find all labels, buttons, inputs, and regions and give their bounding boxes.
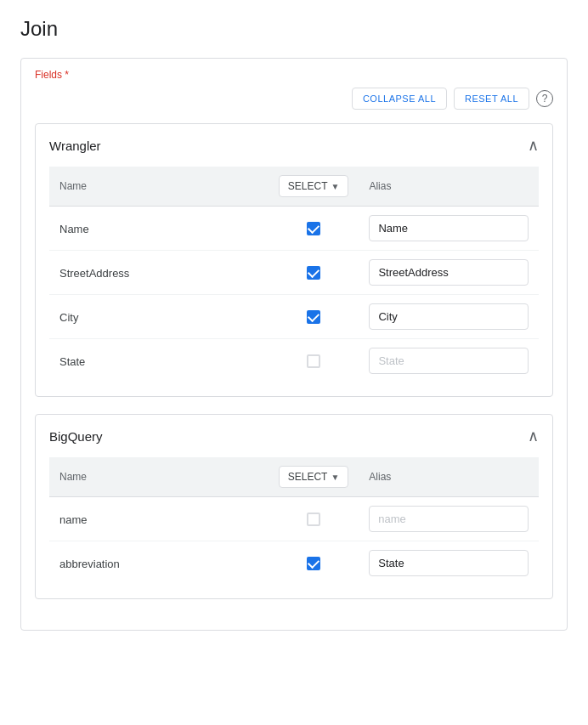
- field-checkbox-cell-wrangler-street: [269, 251, 359, 295]
- toolbar: COLLAPSE ALL RESET ALL ?: [35, 88, 553, 110]
- field-checkbox-wrangler-name[interactable]: [307, 222, 320, 235]
- field-checkbox-bq-abbreviation[interactable]: [307, 557, 320, 570]
- col-alias-header-wrangler: Alias: [359, 167, 539, 207]
- field-name-bq-abbreviation: abbreviation: [49, 541, 269, 586]
- field-name-text-wrangler-street: StreetAddress: [59, 267, 129, 280]
- field-checkbox-wrangler-city[interactable]: [307, 310, 320, 324]
- field-checkbox-wrangler-street[interactable]: [307, 266, 320, 280]
- field-checkbox-cell-wrangler-city: [269, 295, 359, 339]
- chevron-up-icon-bigquery: ∧: [528, 427, 539, 445]
- col-select-header-wrangler: SELECT▼: [269, 167, 359, 207]
- select-dropdown-wrangler[interactable]: SELECT▼: [279, 175, 349, 197]
- field-alias-input-wrangler-state[interactable]: [369, 348, 529, 374]
- col-name-header-wrangler: Name: [49, 167, 269, 207]
- fields-section: Fields * COLLAPSE ALL RESET ALL ? Wrangl…: [20, 58, 568, 631]
- field-alias-cell-bq-name: [359, 497, 539, 541]
- table-row: abbreviation: [49, 541, 539, 586]
- field-alias-input-bq-name[interactable]: [369, 506, 529, 532]
- field-name-wrangler-name: Name: [49, 207, 269, 251]
- field-name-text-bq-abbreviation: abbreviation: [59, 558, 120, 570]
- field-alias-input-bq-abbreviation[interactable]: [369, 550, 529, 576]
- group-header-wrangler[interactable]: Wrangler∧: [36, 124, 552, 167]
- field-checkbox-wrangler-state[interactable]: [307, 354, 320, 368]
- collapse-all-button[interactable]: COLLAPSE ALL: [352, 88, 447, 110]
- group-card-wrangler: Wrangler∧NameSELECT▼AliasNameStreetAddre…: [35, 123, 553, 397]
- select-dropdown-bigquery[interactable]: SELECT▼: [279, 466, 349, 488]
- field-alias-cell-wrangler-name: [359, 207, 539, 251]
- table-row: Name: [49, 207, 539, 251]
- field-checkbox-cell-wrangler-name: [269, 207, 359, 251]
- table-row: StreetAddress: [49, 251, 539, 295]
- help-icon[interactable]: ?: [536, 90, 553, 107]
- col-alias-header-bigquery: Alias: [359, 457, 539, 497]
- field-checkbox-bq-name[interactable]: [307, 513, 320, 526]
- group-body-bigquery: NameSELECT▼Aliasnameabbreviation: [36, 457, 552, 598]
- field-name-wrangler-state: State: [49, 339, 269, 383]
- page-title: Join: [20, 17, 568, 41]
- group-title-bigquery: BigQuery: [49, 429, 103, 444]
- field-name-wrangler-city: City: [49, 295, 269, 339]
- col-select-header-bigquery: SELECT▼: [269, 457, 359, 497]
- table-row: City: [49, 295, 539, 339]
- field-name-text-wrangler-city: City: [59, 311, 78, 324]
- field-name-wrangler-street: StreetAddress: [49, 251, 269, 295]
- group-card-bigquery: BigQuery∧NameSELECT▼Aliasnameabbreviatio…: [35, 414, 553, 599]
- field-alias-input-wrangler-street[interactable]: [369, 259, 529, 286]
- field-alias-input-wrangler-city[interactable]: [369, 303, 529, 330]
- field-checkbox-cell-bq-abbreviation: [269, 541, 359, 586]
- field-name-text-wrangler-state: State: [59, 355, 85, 368]
- field-name-text-wrangler-name: Name: [59, 223, 89, 235]
- group-header-bigquery[interactable]: BigQuery∧: [36, 415, 552, 457]
- chevron-up-icon-wrangler: ∧: [528, 136, 539, 155]
- fields-table-wrangler: NameSELECT▼AliasNameStreetAddressCitySta…: [49, 167, 539, 382]
- group-body-wrangler: NameSELECT▼AliasNameStreetAddressCitySta…: [36, 167, 552, 396]
- field-alias-cell-bq-abbreviation: [359, 541, 539, 586]
- field-name-bq-name: name: [49, 497, 269, 541]
- groups-container: Wrangler∧NameSELECT▼AliasNameStreetAddre…: [35, 123, 553, 599]
- group-title-wrangler: Wrangler: [49, 139, 101, 153]
- field-alias-cell-wrangler-state: [359, 339, 539, 383]
- field-checkbox-cell-bq-name: [269, 497, 359, 541]
- field-alias-cell-wrangler-city: [359, 295, 539, 339]
- reset-all-button[interactable]: RESET ALL: [454, 88, 529, 110]
- table-row: State: [49, 339, 539, 383]
- field-name-text-bq-name: name: [59, 513, 88, 526]
- table-row: name: [49, 497, 539, 541]
- field-checkbox-cell-wrangler-state: [269, 339, 359, 383]
- field-alias-cell-wrangler-street: [359, 251, 539, 295]
- field-alias-input-wrangler-name[interactable]: [369, 215, 529, 241]
- fields-label: Fields *: [35, 69, 553, 81]
- col-name-header-bigquery: Name: [49, 457, 269, 497]
- fields-table-bigquery: NameSELECT▼Aliasnameabbreviation: [49, 457, 539, 585]
